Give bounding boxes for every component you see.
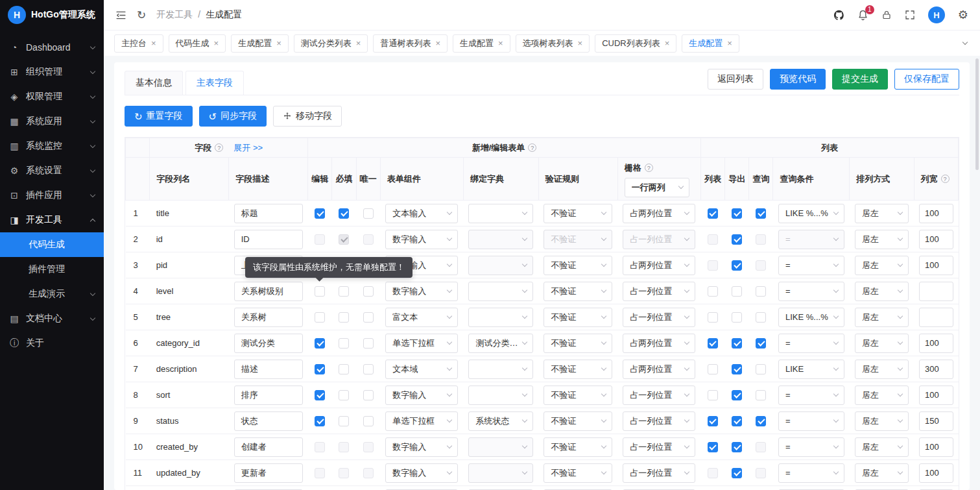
fullscreen-icon[interactable] — [905, 10, 915, 20]
align-select[interactable]: 居左 — [855, 334, 909, 353]
query-checkbox[interactable] — [756, 208, 766, 219]
dict-select[interactable]: 测试分类选项 — [468, 334, 533, 353]
grid-position-select[interactable]: 占两列位置 — [623, 204, 695, 223]
query-condition-select[interactable]: = — [778, 334, 844, 353]
align-select[interactable]: 居左 — [855, 386, 909, 405]
refresh-icon[interactable]: ↻ — [137, 10, 146, 21]
close-icon[interactable]: × — [727, 39, 732, 47]
align-select[interactable]: 居左 — [855, 308, 909, 327]
list-checkbox[interactable] — [708, 312, 718, 323]
unique-checkbox[interactable] — [363, 286, 374, 297]
edit-checkbox[interactable] — [315, 208, 325, 219]
grid-span-select[interactable]: 一行两列 — [625, 178, 689, 197]
required-checkbox[interactable] — [339, 234, 349, 245]
export-checkbox[interactable] — [732, 234, 742, 245]
component-select[interactable]: 数字输入 — [385, 230, 458, 249]
validation-rule-select[interactable]: 不验证 — [544, 256, 612, 275]
export-checkbox[interactable] — [732, 416, 742, 426]
required-checkbox[interactable] — [339, 416, 349, 426]
align-select[interactable]: 居左 — [855, 437, 909, 457]
dict-select[interactable]: 系统状态 — [468, 411, 533, 431]
page-tab[interactable]: 代码生成× — [169, 34, 226, 53]
close-icon[interactable]: × — [276, 39, 281, 47]
query-checkbox[interactable] — [756, 468, 766, 478]
dict-select[interactable] — [468, 308, 533, 327]
tab-options-button[interactable] — [961, 42, 970, 44]
sidebar-item-org[interactable]: ⊞组织管理 — [0, 60, 104, 84]
component-select[interactable]: 文本输入 — [385, 204, 458, 223]
dict-select[interactable] — [468, 386, 533, 405]
column-width-input[interactable]: 100 — [919, 463, 953, 483]
column-width-input[interactable]: 300 — [919, 360, 953, 379]
page-tab[interactable]: 生成配置× — [231, 34, 289, 53]
page-tab[interactable]: 测试分类列表× — [294, 34, 368, 53]
align-select[interactable]: 居左 — [855, 360, 909, 379]
sidebar-item-docs[interactable]: ▤文档中心 — [0, 306, 104, 331]
sidebar-item-plugin-manage[interactable]: 插件管理 — [0, 257, 104, 282]
query-condition-select[interactable]: = — [778, 386, 844, 405]
validation-rule-select[interactable]: 不验证 — [544, 411, 612, 431]
close-icon[interactable]: × — [498, 39, 503, 47]
query-checkbox[interactable] — [756, 286, 766, 297]
column-width-input[interactable]: 150 — [919, 411, 953, 431]
field-desc-input[interactable]: 创建者 — [234, 437, 303, 457]
query-condition-select[interactable]: = — [778, 282, 844, 301]
export-checkbox[interactable] — [732, 390, 742, 400]
required-checkbox[interactable] — [339, 286, 349, 297]
validation-rule-select[interactable]: 不验证 — [544, 230, 612, 249]
query-condition-select[interactable]: LIKE — [778, 360, 844, 379]
list-checkbox[interactable] — [708, 260, 718, 271]
back-to-list-button[interactable]: 返回列表 — [708, 69, 763, 90]
unique-checkbox[interactable] — [363, 416, 374, 426]
unique-checkbox[interactable] — [363, 364, 374, 374]
field-desc-input[interactable]: 状态 — [234, 411, 303, 431]
validation-rule-select[interactable]: 不验证 — [544, 360, 612, 379]
grid-position-select[interactable]: 占两列位置 — [623, 256, 695, 275]
edit-checkbox[interactable] — [315, 390, 325, 400]
query-condition-select[interactable]: LIKE %...% — [778, 204, 844, 223]
edit-checkbox[interactable] — [315, 234, 325, 245]
query-checkbox[interactable] — [756, 442, 766, 452]
close-icon[interactable]: × — [356, 39, 361, 47]
required-checkbox[interactable] — [339, 390, 349, 400]
export-checkbox[interactable] — [732, 208, 742, 219]
tab-basic-info[interactable]: 基本信息 — [125, 71, 183, 95]
required-checkbox[interactable] — [339, 364, 349, 374]
query-checkbox[interactable] — [756, 390, 766, 400]
dict-select[interactable] — [468, 437, 533, 457]
field-desc-input[interactable]: 关系树级别 — [234, 282, 303, 301]
required-checkbox[interactable] — [339, 312, 349, 323]
grid-position-select[interactable]: 占两列位置 — [623, 334, 695, 353]
dict-select[interactable] — [468, 256, 533, 275]
sidebar-item-app[interactable]: ▦系统应用 — [0, 109, 104, 134]
query-condition-select[interactable]: = — [778, 256, 844, 275]
column-width-input[interactable]: 100 — [919, 230, 953, 249]
notification-bell[interactable]: 1 — [857, 10, 868, 21]
query-checkbox[interactable] — [756, 234, 766, 245]
gear-icon[interactable]: ⚙ — [958, 9, 968, 21]
validation-rule-select[interactable]: 不验证 — [544, 334, 612, 353]
unique-checkbox[interactable] — [363, 390, 374, 400]
page-tab[interactable]: 生成配置× — [682, 34, 739, 53]
list-checkbox[interactable] — [708, 364, 718, 374]
page-tab[interactable]: 主控台× — [114, 34, 163, 53]
grid-position-select[interactable]: 占一列位置 — [623, 230, 695, 249]
required-checkbox[interactable] — [339, 442, 349, 452]
validation-rule-select[interactable]: 不验证 — [544, 386, 612, 405]
export-checkbox[interactable] — [732, 286, 742, 297]
sidebar-item-permission[interactable]: ◈权限管理 — [0, 84, 104, 109]
unique-checkbox[interactable] — [363, 442, 374, 452]
sidebar-item-gen-demo[interactable]: 生成演示 — [0, 282, 104, 306]
field-desc-input[interactable]: 描述 — [234, 360, 303, 379]
query-checkbox[interactable] — [756, 312, 766, 323]
lock-screen-icon[interactable] — [881, 10, 892, 20]
dict-select[interactable] — [468, 230, 533, 249]
unique-checkbox[interactable] — [363, 234, 374, 245]
edit-checkbox[interactable] — [315, 468, 325, 478]
breadcrumb-parent[interactable]: 开发工具 — [156, 9, 193, 21]
query-condition-select[interactable]: = — [778, 230, 844, 249]
validation-rule-select[interactable]: 不验证 — [544, 204, 612, 223]
page-tab[interactable]: 生成配置× — [453, 34, 510, 53]
align-select[interactable]: 居左 — [855, 204, 909, 223]
unique-checkbox[interactable] — [363, 312, 374, 323]
